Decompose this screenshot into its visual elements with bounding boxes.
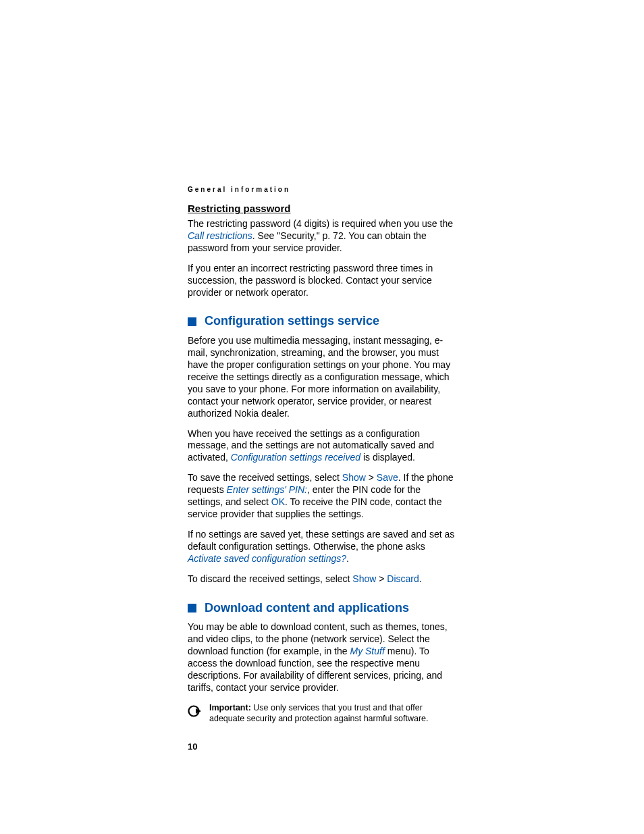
paragraph: If you enter an incorrect restricting pa…	[188, 263, 458, 299]
restricting-password-heading: Restricting password	[188, 203, 458, 214]
bullet-square-icon	[188, 604, 196, 613]
section-title: Configuration settings service	[205, 315, 379, 328]
config-received-text: Configuration settings received	[231, 452, 360, 463]
important-text: Important: Use only services that you tr…	[209, 702, 458, 725]
call-restrictions-link[interactable]: Call restrictions	[188, 230, 252, 241]
show-action: Show	[352, 573, 376, 584]
ok-action: OK	[271, 496, 285, 507]
section-title: Download content and applications	[205, 602, 409, 615]
section-heading-download: Download content and applications	[188, 602, 458, 615]
paragraph: If no settings are saved yet, these sett…	[188, 529, 458, 565]
important-note: Important: Use only services that you tr…	[188, 702, 458, 725]
paragraph: The restricting password (4 digits) is r…	[188, 218, 458, 255]
paragraph: To discard the received settings, select…	[188, 573, 458, 585]
text: To save the received settings, select	[188, 472, 342, 483]
text: .	[419, 573, 422, 584]
important-label: Important:	[209, 703, 251, 712]
text: The restricting password (4 digits) is r…	[188, 218, 453, 229]
page-number: 10	[188, 741, 458, 752]
bullet-square-icon	[188, 317, 196, 326]
text: If no settings are saved yet, these sett…	[188, 529, 454, 552]
separator: >	[376, 573, 387, 584]
document-page: General information Restricting password…	[0, 0, 644, 806]
show-action: Show	[342, 472, 366, 483]
paragraph: To save the received settings, select Sh…	[188, 472, 458, 521]
activate-saved-text: Activate saved configuration settings?	[188, 553, 346, 564]
my-stuff-link: My Stuff	[350, 646, 384, 656]
section-heading-config: Configuration settings service	[188, 315, 458, 328]
save-action: Save	[377, 472, 398, 483]
enter-pin-text: Enter settings' PIN:	[227, 484, 307, 495]
text: is displayed.	[360, 452, 415, 463]
text: .	[346, 553, 349, 564]
header-label: General information	[188, 186, 458, 193]
paragraph: When you have received the settings as a…	[188, 428, 458, 465]
discard-action: Discard	[387, 573, 419, 584]
separator: >	[366, 472, 377, 483]
important-icon	[188, 704, 203, 721]
paragraph: You may be able to download content, suc…	[188, 621, 458, 694]
paragraph: Before you use multimedia messaging, ins…	[188, 335, 458, 419]
text: To discard the received settings, select	[188, 573, 352, 584]
